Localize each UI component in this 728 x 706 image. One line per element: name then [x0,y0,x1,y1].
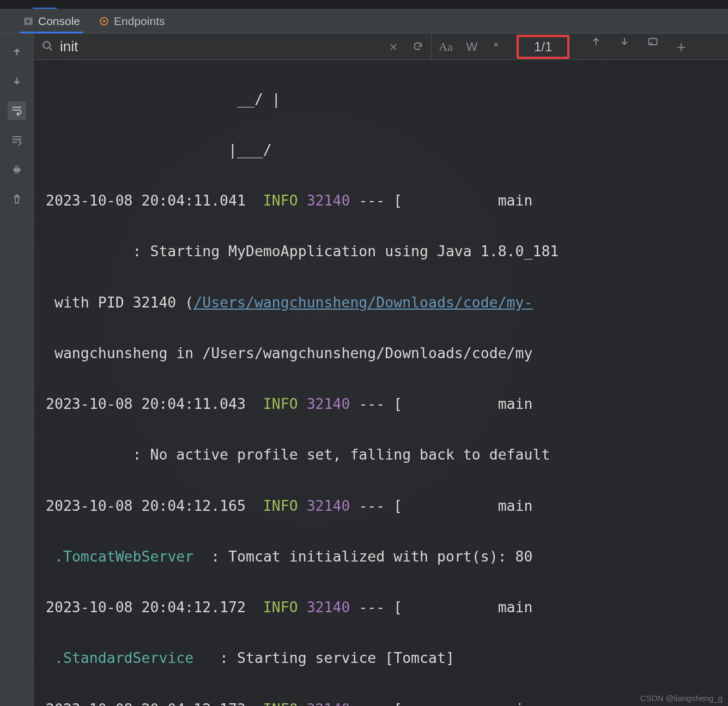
search-result-counter: 1/1 [517,35,569,59]
search-history-button[interactable] [406,34,431,59]
next-match-button[interactable] [612,37,637,46]
print-button[interactable] [8,160,26,179]
log-line: 2023-10-08 20:04:11.041 INFO 32140 --- [… [46,188,728,214]
scroll-to-end-button[interactable] [8,131,26,149]
ide-root: Console Endpoints [0,0,728,706]
regex-button[interactable]: * [484,34,508,59]
add-button[interactable]: ＋ [669,37,694,57]
log-line: : No active profile set, falling back to… [46,442,728,468]
log-line: .TomcatWebServer : Tomcat initialized wi… [46,544,728,570]
clear-all-button[interactable] [8,190,26,208]
tab-console[interactable]: Console [22,9,81,33]
console-side-toolbar [0,34,34,706]
filter-button[interactable] [640,37,665,47]
watermark: CSDN @liangsheng_g [640,693,723,703]
svg-rect-4 [15,166,19,168]
log-line: __/ | [46,87,728,112]
tab-endpoints[interactable]: Endpoints [98,9,166,33]
svg-point-6 [43,41,50,48]
clear-search-button[interactable] [381,34,406,59]
search-icon [41,40,53,53]
log-line: .StandardService : Starting service [Tom… [46,645,728,671]
match-case-button[interactable]: Aa [432,34,460,59]
svg-rect-7 [649,38,657,44]
log-line: 2023-10-08 20:04:12.165 INFO 32140 --- [… [46,493,728,519]
words-button[interactable]: W [460,34,484,59]
scroll-up-button[interactable] [8,43,26,61]
tab-endpoints-label: Endpoints [114,15,165,28]
console-search-bar: Aa W * 1/1 ＋ [34,34,728,60]
log-line: wangchunsheng in /Users/wangchunsheng/Do… [46,341,728,366]
editor-tabs [0,0,728,9]
log-line: with PID 32140 (/Users/wangchunsheng/Dow… [46,290,728,316]
search-input[interactable] [59,38,375,56]
file-path-link[interactable]: /Users/wangchunsheng/Downloads/code/my- [193,294,532,311]
prev-match-button[interactable] [584,37,609,46]
svg-point-2 [103,20,106,22]
log-line: : Starting MyDemoApplication using Java … [46,239,728,264]
scroll-down-button[interactable] [8,72,26,90]
play-console-icon [23,16,34,27]
log-line: 2023-10-08 20:04:12.173 INFO 32140 --- [… [46,697,728,706]
svg-rect-8 [650,43,652,44]
tool-window-tabs: Console Endpoints [0,9,728,34]
log-line: 2023-10-08 20:04:11.043 INFO 32140 --- [… [46,391,728,417]
soft-wrap-button[interactable] [8,101,26,120]
console-output[interactable]: __/ | |___/ 2023-10-08 20:04:11.041 INFO… [34,60,728,706]
endpoints-icon [99,16,110,27]
run-config-tab[interactable] [33,0,57,9]
svg-rect-5 [15,171,19,174]
tab-console-label: Console [38,15,80,28]
log-line: |___/ [46,137,728,163]
log-line: 2023-10-08 20:04:12.172 INFO 32140 --- [… [46,595,728,620]
